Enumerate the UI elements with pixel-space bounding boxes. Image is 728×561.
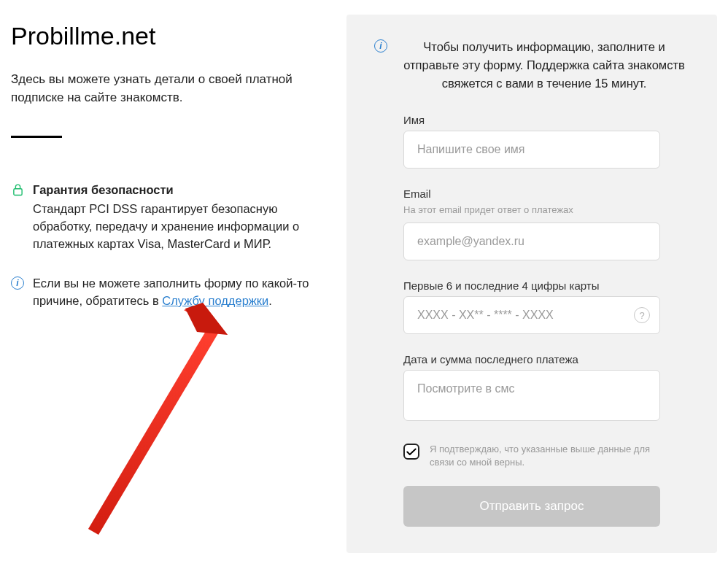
- payment-input[interactable]: [403, 370, 660, 421]
- consent-row: Я подтверждаю, что указанные выше данные…: [403, 443, 660, 469]
- consent-text: Я подтверждаю, что указанные выше данные…: [430, 443, 660, 469]
- name-input[interactable]: [403, 131, 660, 169]
- payment-label: Дата и сумма последнего платежа: [403, 353, 660, 365]
- form-panel: i Чтобы получить информацию, заполните и…: [346, 15, 717, 553]
- email-input[interactable]: [403, 223, 660, 260]
- card-label: Первые 6 и последние 4 цифры карты: [403, 279, 660, 292]
- name-label: Имя: [403, 114, 660, 126]
- email-hint: На этот email придет ответ о платежах: [403, 204, 660, 215]
- form-intro-text: Чтобы получить информацию, заполните и о…: [399, 38, 689, 92]
- submit-button[interactable]: Отправить запрос: [403, 486, 660, 527]
- svg-rect-0: [13, 189, 21, 196]
- card-input[interactable]: [403, 296, 660, 334]
- security-title: Гарантия безопасности: [33, 182, 325, 199]
- consent-checkbox[interactable]: [403, 444, 419, 460]
- card-field: Первые 6 и последние 4 цифры карты ?: [403, 279, 660, 334]
- name-field: Имя: [403, 114, 660, 169]
- intro-text: Здесь вы можете узнать детали о своей пл…: [11, 71, 325, 107]
- divider: [11, 136, 62, 138]
- help-block: i Если вы не можете заполнить форму по к…: [11, 275, 325, 310]
- payment-field: Дата и сумма последнего платежа: [403, 353, 660, 424]
- lock-icon: [11, 182, 24, 198]
- security-text: Стандарт PCI DSS гарантирует безопасную …: [33, 201, 325, 253]
- left-column: Probillme.net Здесь вы можете узнать дет…: [11, 15, 325, 553]
- security-block: Гарантия безопасности Стандарт PCI DSS г…: [11, 182, 325, 253]
- info-icon: i: [11, 275, 24, 291]
- info-icon: i: [374, 39, 387, 53]
- email-field: Email На этот email придет ответ о плате…: [403, 187, 660, 260]
- support-link[interactable]: Службу поддержки: [162, 294, 268, 307]
- help-text: Если вы не можете заполнить форму по как…: [33, 275, 325, 310]
- email-label: Email: [403, 187, 660, 200]
- form-intro: i Чтобы получить информацию, заполните и…: [374, 38, 689, 92]
- help-icon[interactable]: ?: [634, 307, 650, 323]
- site-title: Probillme.net: [11, 22, 325, 50]
